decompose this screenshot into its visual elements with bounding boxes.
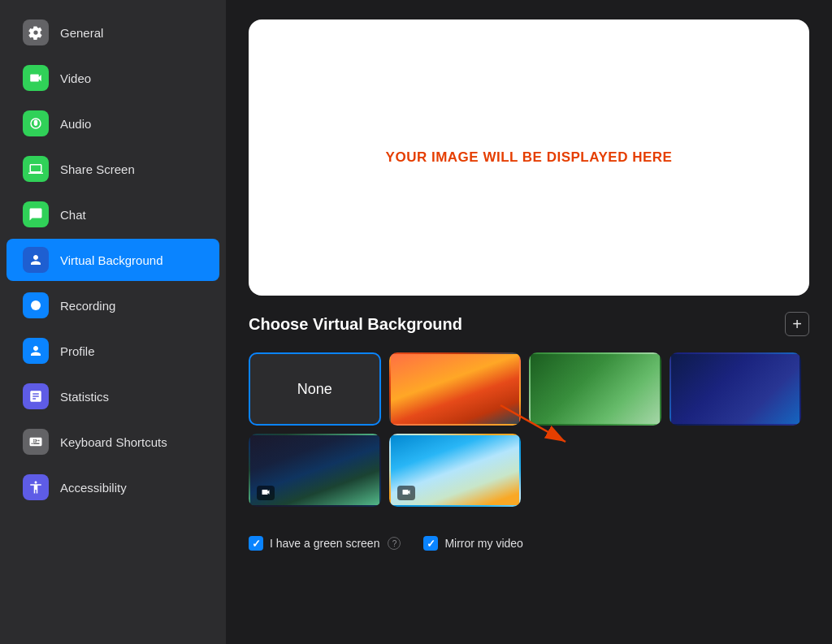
background-none[interactable]: None	[249, 352, 381, 426]
check-mark-1: ✓	[252, 538, 261, 550]
mirror-video-group: ✓ Mirror my video	[423, 536, 522, 551]
video-icon	[23, 65, 49, 91]
background-beach[interactable]	[389, 434, 522, 507]
sidebar-label-general: General	[60, 26, 103, 40]
sidebar-label-profile: Profile	[60, 344, 95, 358]
sidebar-label-virtualbackground: Virtual Background	[60, 253, 162, 267]
sidebar-item-recording[interactable]: Recording	[6, 284, 219, 326]
sidebar-item-virtualbackground[interactable]: Virtual Background	[6, 239, 219, 281]
bottom-bar: ✓ I have a green screen ? ✓ Mirror my vi…	[249, 523, 809, 551]
add-background-button[interactable]: +	[785, 312, 809, 336]
general-icon	[23, 19, 49, 45]
green-screen-group: ✓ I have a green screen ?	[249, 536, 401, 551]
accessibility-icon	[23, 474, 49, 500]
sidebar-item-chat[interactable]: Chat	[6, 193, 219, 236]
background-earth[interactable]	[670, 352, 802, 426]
sidebar-label-statistics: Statistics	[60, 390, 109, 404]
background-golden-gate[interactable]	[389, 352, 522, 426]
sidebar-item-accessibility[interactable]: Accessibility	[6, 466, 219, 508]
help-icon[interactable]: ?	[388, 537, 401, 550]
sidebar-item-audio[interactable]: Audio	[6, 102, 219, 145]
sidebar-label-accessibility: Accessibility	[60, 481, 127, 495]
audio-icon	[23, 110, 49, 136]
svg-point-0	[31, 300, 41, 310]
sidebar-item-sharescreen[interactable]: Share Screen	[6, 148, 219, 190]
sidebar-label-recording: Recording	[60, 299, 115, 313]
choose-header: Choose Virtual Background +	[249, 312, 809, 336]
main-panel: YOUR IMAGE WILL BE DISPLAYED HERE Choose…	[226, 0, 832, 644]
green-screen-label: I have a green screen	[270, 537, 379, 550]
sidebar-item-general[interactable]: General	[6, 11, 219, 54]
sidebar-item-profile[interactable]: Profile	[6, 330, 219, 372]
sidebar-item-video[interactable]: Video	[6, 57, 219, 99]
virtualbackground-icon	[23, 247, 49, 273]
sidebar-label-sharescreen: Share Screen	[60, 162, 135, 176]
background-grid: None	[249, 352, 801, 507]
video-badge-aurora	[257, 486, 275, 500]
video-badge-beach	[397, 486, 415, 500]
keyboard-icon	[23, 429, 49, 455]
green-screen-checkbox[interactable]: ✓	[249, 536, 263, 551]
recording-icon	[23, 292, 49, 318]
sidebar-label-keyboard: Keyboard Shortcuts	[60, 435, 167, 449]
check-mark-2: ✓	[427, 538, 436, 550]
none-label: None	[297, 381, 332, 398]
mirror-video-label: Mirror my video	[444, 537, 522, 550]
sharescreen-icon	[23, 156, 49, 182]
sidebar-label-video: Video	[60, 71, 91, 85]
sidebar-label-audio: Audio	[60, 117, 91, 131]
sidebar-item-keyboard[interactable]: Keyboard Shortcuts	[6, 421, 219, 463]
profile-icon	[23, 338, 49, 364]
mirror-video-checkbox[interactable]: ✓	[423, 536, 438, 551]
background-grass[interactable]	[529, 352, 661, 426]
choose-title: Choose Virtual Background	[249, 315, 462, 334]
sidebar-item-statistics[interactable]: Statistics	[6, 375, 219, 417]
chat-icon	[23, 201, 49, 227]
preview-text: YOUR IMAGE WILL BE DISPLAYED HERE	[386, 149, 673, 166]
sidebar-label-chat: Chat	[60, 208, 86, 222]
sidebar: General Video Audio Share Screen Chat Vi…	[0, 0, 226, 644]
background-grid-wrapper: None	[249, 352, 809, 507]
statistics-icon	[23, 383, 49, 409]
preview-area: YOUR IMAGE WILL BE DISPLAYED HERE	[249, 19, 809, 296]
background-aurora[interactable]	[249, 434, 381, 507]
